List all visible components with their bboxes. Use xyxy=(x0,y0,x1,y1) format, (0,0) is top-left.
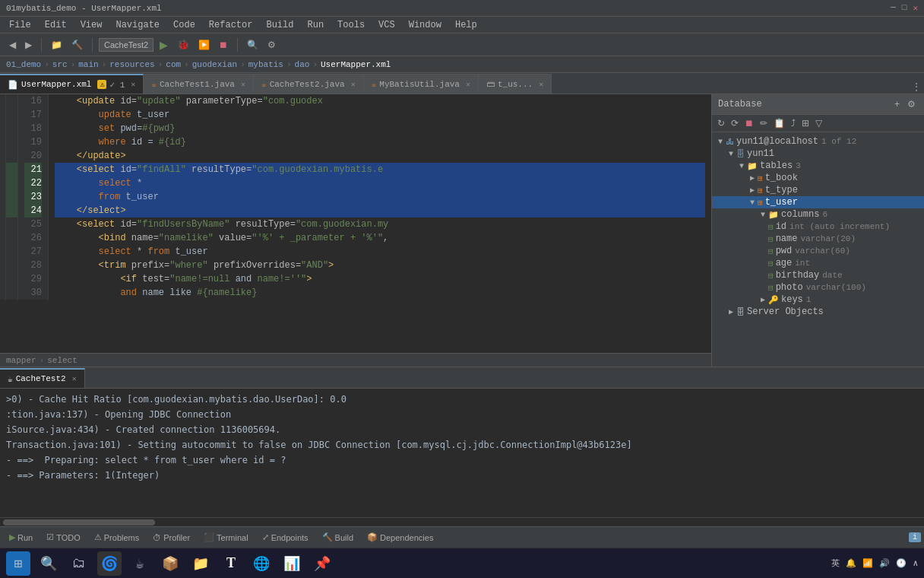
terminal-btn[interactable]: ⬛ Terminal xyxy=(198,531,255,544)
taskbar-intellij[interactable]: 🌀 xyxy=(97,551,122,576)
project-btn[interactable]: 📁 xyxy=(48,38,65,52)
server-expand-arrow[interactable]: ▼ xyxy=(715,138,726,146)
menu-file[interactable]: File xyxy=(3,18,37,32)
forward-btn[interactable]: ▶ xyxy=(22,38,35,52)
settings-btn[interactable]: ⚙ xyxy=(264,38,279,52)
back-btn[interactable]: ◀ xyxy=(6,38,19,52)
db-ttype-node[interactable]: ▶ ⊞ t_type xyxy=(712,184,924,196)
taskbar-lang[interactable]: 英 xyxy=(831,557,840,569)
bc-src[interactable]: src xyxy=(52,60,68,69)
stop-btn[interactable]: ⏹ xyxy=(216,38,231,52)
taskbar-search[interactable]: 🔍 xyxy=(36,551,61,576)
db-add-btn[interactable]: + xyxy=(892,97,902,111)
editor-lines[interactable]: <update id="update" parameterType="com.g… xyxy=(49,94,711,300)
run-config-selector[interactable]: CacheTest2 xyxy=(99,38,153,52)
bc-com[interactable]: com xyxy=(166,60,181,69)
dependencies-btn[interactable]: 📦 Dependencies xyxy=(361,531,439,544)
menu-help[interactable]: Help xyxy=(449,18,483,32)
db-server-node[interactable]: ▼ 🖧 yun11@localhost 1 of 12 xyxy=(712,135,924,148)
menu-run[interactable]: Run xyxy=(301,18,330,32)
tab-mybatisutil[interactable]: ☕ MyBatisUtil.java ✕ xyxy=(364,74,479,94)
debug-btn[interactable]: 🐞 xyxy=(174,37,192,52)
tab-overflow-btn[interactable]: ⋮ xyxy=(909,80,924,94)
db-filter-btn[interactable]: ⊞ xyxy=(799,116,812,130)
db-sync-btn[interactable]: ⟳ xyxy=(729,116,741,130)
db-yun11-node[interactable]: ▼ 🗄 yun11 xyxy=(712,148,924,160)
taskbar-typora[interactable]: T xyxy=(219,551,243,576)
menu-vcs[interactable]: VCS xyxy=(372,18,401,32)
db-tables-node[interactable]: ▼ 📁 tables 3 xyxy=(712,160,924,172)
db-tbook-node[interactable]: ▶ ⊞ t_book xyxy=(712,172,924,184)
menu-edit[interactable]: Edit xyxy=(39,18,73,32)
tab-cachetest2-close[interactable]: ✕ xyxy=(351,80,356,89)
tab-tus[interactable]: 🗃 t_us... ✕ xyxy=(479,74,552,94)
tuser-expand-arrow[interactable]: ▼ xyxy=(747,198,758,207)
bc-dao[interactable]: dao xyxy=(295,60,310,69)
menu-window[interactable]: Window xyxy=(403,18,448,32)
tab-tus-close[interactable]: ✕ xyxy=(539,80,543,89)
tab-usermapper[interactable]: 📄 UserMapper.xml ⚠ ✓ 1 ✕ xyxy=(0,74,144,94)
taskbar-network[interactable]: 📶 xyxy=(862,558,873,568)
db-edit-btn[interactable]: ✏ xyxy=(758,116,770,130)
taskbar-folder[interactable]: 📁 xyxy=(188,551,213,576)
tables-expand-arrow[interactable]: ▼ xyxy=(736,162,747,170)
db-tuser-node[interactable]: ▼ ⊞ t_user xyxy=(712,196,924,208)
taskbar-volume[interactable]: 🔊 xyxy=(879,558,890,568)
build-btn-bottom[interactable]: 🔨 Build xyxy=(316,531,359,544)
editor-scroll[interactable]: 16 17 18 19 20 21 22 23 24 25 26 27 28 2… xyxy=(0,94,711,353)
bc-resources[interactable]: resources xyxy=(109,60,154,69)
db-filter2-btn[interactable]: ▽ xyxy=(813,116,824,130)
problems-btn[interactable]: ⚠ Problems xyxy=(88,531,145,544)
menu-tools[interactable]: Tools xyxy=(331,18,371,32)
run-control-btn[interactable]: ▶ Run xyxy=(3,531,39,544)
db-refresh-btn[interactable]: ↻ xyxy=(715,116,727,130)
console-scrollbar[interactable] xyxy=(0,517,924,526)
taskbar-start[interactable]: ⊞ xyxy=(6,551,30,576)
db-expand-arrow[interactable]: ▼ xyxy=(726,150,736,158)
tab-usermapper-close[interactable]: ✕ xyxy=(131,80,135,89)
console-output[interactable]: >0) - Cache Hit Ratio [com.guodexian.myb… xyxy=(0,389,924,517)
bc-main[interactable]: main xyxy=(78,60,98,69)
ttype-expand-arrow[interactable]: ▶ xyxy=(747,186,758,195)
db-col-id[interactable]: ⊟ id int (auto increment) xyxy=(712,221,924,233)
menu-code[interactable]: Code xyxy=(167,18,201,32)
close-btn[interactable]: ✕ xyxy=(913,3,918,13)
db-server-objects-node[interactable]: ▶ 🗄 Server Objects xyxy=(712,306,924,318)
bc-guodexian[interactable]: guodexian xyxy=(192,60,237,69)
tab-cachetest1[interactable]: ☕ CacheTest1.java ✕ xyxy=(144,74,254,94)
columns-expand-arrow[interactable]: ▼ xyxy=(758,211,768,219)
endpoints-btn[interactable]: ⤢ Endpoints xyxy=(256,531,315,544)
taskbar-chevron[interactable]: ∧ xyxy=(913,558,918,568)
keys-expand-arrow[interactable]: ▶ xyxy=(758,295,768,304)
tab-cachetest2[interactable]: ☕ CacheTest2.java ✕ xyxy=(254,74,364,94)
tab-mybatisutil-close[interactable]: ✕ xyxy=(466,80,470,89)
maximize-btn[interactable]: □ xyxy=(902,3,907,13)
profiler-btn[interactable]: ⏱ Profiler xyxy=(147,532,196,544)
db-stop-btn[interactable]: ⏹ xyxy=(742,116,756,130)
db-keys-node[interactable]: ▶ 🔑 keys 1 xyxy=(712,294,924,306)
menu-view[interactable]: View xyxy=(74,18,109,32)
bc-mybatis[interactable]: mybatis xyxy=(248,60,283,69)
taskbar-package[interactable]: 📦 xyxy=(158,551,182,576)
db-columns-node[interactable]: ▼ 📁 columns 6 xyxy=(712,208,924,221)
bc-demo[interactable]: 01_demo xyxy=(6,60,41,69)
taskbar-excel[interactable]: 📊 xyxy=(280,551,304,576)
taskbar-java[interactable]: ☕ xyxy=(128,551,152,576)
menu-navigate[interactable]: Navigate xyxy=(109,18,166,32)
db-col-birthday[interactable]: ⊟ birthday date xyxy=(712,269,924,281)
taskbar-notification[interactable]: 🔔 xyxy=(846,558,856,568)
bc-file[interactable]: UserMapper.xml xyxy=(321,60,391,69)
db-jump-btn[interactable]: ⤴ xyxy=(789,116,798,130)
console-scrollbar-thumb[interactable] xyxy=(3,519,155,526)
bottom-tab-cachetest2[interactable]: ☕ CacheTest2 ✕ xyxy=(0,368,85,388)
db-settings-btn[interactable]: ⚙ xyxy=(905,97,918,111)
taskbar-time[interactable]: 🕐 xyxy=(896,558,907,568)
db-col-name[interactable]: ⊟ name varchar(20) xyxy=(712,233,924,245)
run-btn[interactable]: ▶ xyxy=(157,37,171,52)
bottom-tab-close[interactable]: ✕ xyxy=(72,374,77,383)
taskbar-files[interactable]: 🗂 xyxy=(67,551,91,576)
tab-cachetest1-close[interactable]: ✕ xyxy=(241,80,245,89)
todo-btn[interactable]: ☑ TODO xyxy=(40,531,87,544)
db-col-photo[interactable]: ⊟ photo varchar(100) xyxy=(712,281,924,294)
minimize-btn[interactable]: ─ xyxy=(891,3,896,13)
